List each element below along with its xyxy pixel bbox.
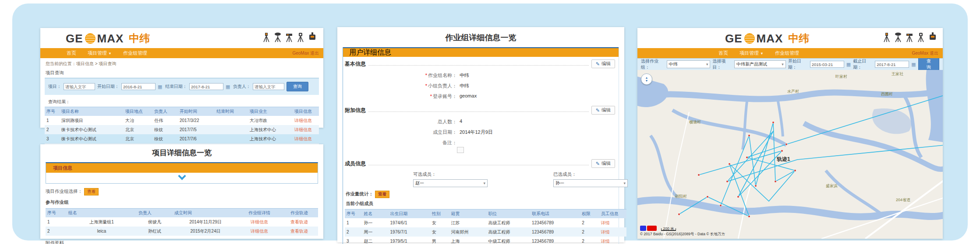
column-header: 联系电话 <box>530 209 580 219</box>
field-label: *小组负责人： <box>396 83 457 89</box>
workgroup-detail-window: 作业组详细信息一览 用户详细信息 基本信息 ✎编辑 *作业组名称：中纬*小组负责… <box>337 27 624 242</box>
project-input[interactable] <box>64 83 95 90</box>
map-place-label: 朝阳村 <box>675 194 687 199</box>
user-detail-bar-label: 用户详细信息 <box>349 48 391 57</box>
logo-text-ge: GE <box>66 32 83 45</box>
owner-input[interactable] <box>253 83 284 90</box>
table-link[interactable]: 详情 <box>601 220 610 225</box>
calendar-icon[interactable]: ▦ <box>158 84 163 89</box>
end-date-label: 截止日期： <box>853 58 873 70</box>
field-value: 中纬 <box>460 72 469 79</box>
map-place-label: 水产村 <box>787 89 799 94</box>
table-link[interactable]: 详细信息 <box>294 136 312 141</box>
table-link[interactable]: 查看轨迹 <box>290 229 308 234</box>
nav-workgroup-management[interactable]: 作业组管理 <box>775 50 799 56</box>
group-select-row: 项目作业组选择：查看 <box>40 184 323 195</box>
logout-link[interactable]: GeoMax 退出 <box>292 50 319 56</box>
column-header: 项目名称 <box>60 107 124 116</box>
remark-box[interactable] <box>457 147 464 153</box>
nav-home[interactable]: 首页 <box>67 50 76 56</box>
workgroup-table: 序号组名负责人成立时间作业组详情作业轨迹1上海测量组1侯骏凡2014年11月29… <box>46 208 318 236</box>
chevron-down-icon <box>178 172 186 180</box>
calendar-icon[interactable]: ▦ <box>846 62 851 67</box>
column-header: 项目信息 <box>293 107 319 116</box>
dotted-divider <box>368 108 589 112</box>
selected-members-select[interactable]: 孙一▾ <box>553 179 628 187</box>
instrument-icons <box>262 32 317 42</box>
project-search-bar: 项目： 开始日期： ▦ 结束日期： ▦ 负责人： 查询 <box>45 78 319 95</box>
available-members-select[interactable]: 赵一▾ <box>413 179 488 187</box>
dotted-divider <box>368 62 589 66</box>
start-date-input[interactable] <box>810 61 844 68</box>
workgroup-select[interactable]: 中纬▾ <box>667 60 711 68</box>
baidu-logo <box>640 226 657 231</box>
calendar-icon[interactable]: ▦ <box>226 84 231 89</box>
edit-extra-button[interactable]: ✎编辑 <box>591 106 615 115</box>
project-filter-label: 选择项目： <box>712 58 732 70</box>
controller-icon <box>928 32 938 42</box>
user-detail-bar: 用户详细信息 <box>343 47 619 57</box>
map-place-label: 横塘村 <box>689 120 701 124</box>
geomax-logo: GE MAX 中纬 <box>725 31 809 45</box>
logo-text-max: MAX <box>757 32 783 45</box>
project-query-window: GE MAX 中纬 首页 项目管理▼ 作业组管理 GeoMax 退出 您当前的位… <box>40 28 323 128</box>
column-header: 序号 <box>345 209 362 219</box>
table-row: 1上海测量组1侯骏凡2014年11月29日详细信息查看轨迹 <box>46 217 318 227</box>
table-link[interactable]: 查看轨迹 <box>290 220 308 224</box>
required-asterisk: * <box>425 73 427 78</box>
field-label: 备注： <box>396 139 457 146</box>
available-members-label: 可选成员： <box>413 171 488 178</box>
column-header: 权限 <box>580 209 599 219</box>
chevron-down-icon: ▼ <box>108 52 112 56</box>
start-date-input[interactable] <box>121 83 156 90</box>
project-label: 项目： <box>48 84 61 90</box>
end-date-input[interactable] <box>875 61 909 68</box>
results-label: 查询结果： <box>40 95 323 107</box>
table-link[interactable]: 详细信息 <box>251 229 268 234</box>
main-nav: 首页 项目管理▼ 作业组管理 GeoMax 退出 <box>637 48 943 58</box>
table-link[interactable]: 详细信息 <box>294 127 312 132</box>
search-button[interactable]: 查询 <box>287 82 308 91</box>
pan-up-icon: ▲ <box>645 76 648 79</box>
track-map-window: GE MAX 中纬 首页 项目管理▼ 作业组管理 GeoMax 退出 选择作业组… <box>637 28 943 239</box>
map-pan-control[interactable]: ▲ ▼ <box>641 73 652 85</box>
column-header: 作业组详情 <box>238 209 280 218</box>
table-row: 1深圳路项目大冶任伟2017/3/22大冶市政详细信息 <box>45 116 319 125</box>
column-header: 籍贯 <box>449 209 487 219</box>
edit-basic-button[interactable]: ✎编辑 <box>591 59 615 68</box>
nav-home[interactable]: 首页 <box>718 50 728 56</box>
view-button[interactable]: 查看 <box>84 188 99 195</box>
project-select[interactable]: 中纬新产品测试▾ <box>734 60 786 68</box>
field-label: 总人数： <box>396 119 457 125</box>
map-viewport[interactable]: 轨迹1 叶家村 王家社 西圃村 水产村 横塘村 朝阳村 204省道 盛家浜 ▲ … <box>637 70 943 239</box>
edit-members-button[interactable]: ✎编辑 <box>591 159 615 168</box>
project-info-bar-label: 项目信息 <box>53 165 72 171</box>
field-row: 成立日期：2014年12月9日 <box>396 129 619 136</box>
logout-link[interactable]: GeoMax 退出 <box>912 50 938 56</box>
required-asterisk: * <box>425 83 427 88</box>
nav-workgroup-management[interactable]: 作业组管理 <box>123 50 147 56</box>
column-header: 组名 <box>67 209 137 218</box>
nav-project-management[interactable]: 项目管理▼ <box>88 50 112 56</box>
map-place-label: 王家社 <box>892 72 903 76</box>
start-date-label: 开始日期： <box>788 58 808 70</box>
total-station-icon <box>882 32 891 42</box>
table-link[interactable]: 详情 <box>601 230 610 234</box>
table-link[interactable]: 详细信息 <box>251 220 268 224</box>
collapse-toggle[interactable] <box>46 173 318 183</box>
end-date-input[interactable] <box>189 83 223 90</box>
table-link[interactable]: 详细信息 <box>294 118 312 123</box>
table-link[interactable]: 详情 <box>601 239 610 244</box>
field-label: *登录账号： <box>396 93 457 100</box>
view-stats-button[interactable]: 查看 <box>375 191 389 198</box>
field-row: *作业组名称：中纬 <box>396 72 619 79</box>
column-header: 成立时间 <box>173 209 238 218</box>
column-header: 出生日期 <box>389 209 430 219</box>
pencil-icon: ✎ <box>596 61 600 67</box>
nav-project-management[interactable]: 项目管理▼ <box>739 50 764 56</box>
participants-label: 参与作业组 <box>46 199 69 205</box>
map-scale-bar: 200 米 <box>661 228 676 231</box>
controller-icon <box>308 32 317 42</box>
calendar-icon[interactable]: ▦ <box>911 62 916 67</box>
column-header: 负责人 <box>137 209 173 218</box>
